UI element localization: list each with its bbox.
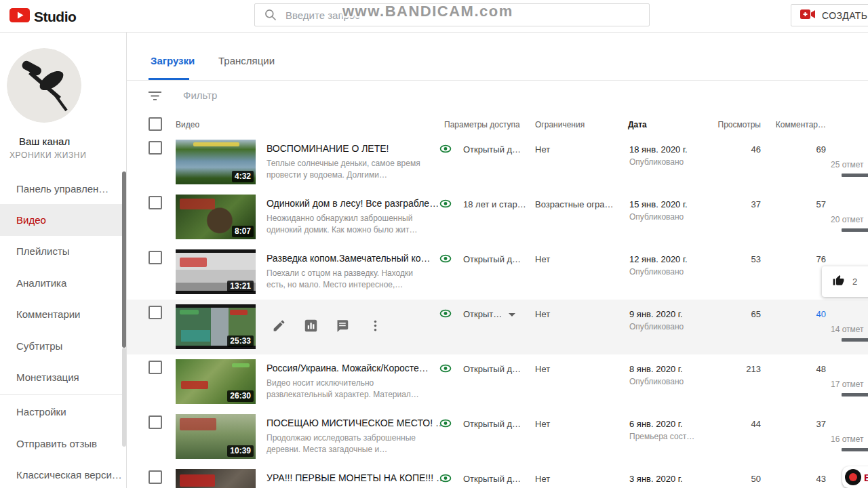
row-checkbox[interactable] <box>149 196 162 209</box>
sidebar-item-settings[interactable]: Настройки <box>0 396 126 428</box>
video-title[interactable]: Разведка копом.Замечательный ко… <box>267 253 441 264</box>
video-title[interactable]: ПОСЕЩАЮ МИСТИЧЕСКОЕ МЕСТО! … <box>267 418 441 428</box>
analytics-icon[interactable] <box>304 319 319 333</box>
visibility-text[interactable]: Открыт… <box>463 309 502 319</box>
sidebar-item-label: Плейлисты <box>16 245 70 257</box>
sidebar-item-subtitles[interactable]: Субтитры <box>0 330 126 361</box>
comments-count[interactable]: 69 <box>737 144 826 155</box>
header-restrictions[interactable]: Ограничения <box>535 120 585 129</box>
likes-ratio-bar <box>842 448 868 451</box>
sidebar-item-classic-version[interactable]: Классическая верси… <box>0 460 126 488</box>
sidebar-item-playlists[interactable]: Плейлисты <box>0 236 126 267</box>
select-all-checkbox[interactable] <box>149 117 162 131</box>
duration-badge: 10:39 <box>227 445 254 457</box>
filter-input[interactable] <box>182 89 401 102</box>
create-button[interactable]: СОЗДАТЬ <box>791 4 868 26</box>
thumbnail-text-overlay <box>180 199 215 209</box>
comments-count-link[interactable]: 40 <box>737 309 826 319</box>
video-title[interactable]: УРА!!! ПЕРВЫЕ МОНЕТЫ НА КОПЕ!!! … <box>267 472 441 483</box>
logo-text: Studio <box>34 9 76 25</box>
video-thumbnail[interactable]: 10:39 <box>176 414 256 459</box>
table-row[interactable]: 4:32 ВОСПОМИНАНИЕ О ЛЕТЕ! Теплые солнечн… <box>127 135 868 190</box>
duration-badge: 8:07 <box>232 226 254 237</box>
table-row[interactable]: 26:30 Россия/Украина. Можайск/Коросте… В… <box>127 354 868 410</box>
visibility-public-icon <box>439 472 452 487</box>
row-checkbox[interactable] <box>149 251 162 264</box>
thumbnail-text-overlay <box>193 142 239 146</box>
header-comments[interactable]: Комментар… <box>737 120 826 129</box>
channel-avatar[interactable] <box>7 48 81 123</box>
sidebar-item-videos[interactable]: Видео <box>0 204 126 235</box>
youtube-play-icon <box>9 8 30 25</box>
visibility-text[interactable]: Открытый д… <box>463 254 521 264</box>
video-description: Продолжаю исследовать заброшенные деревн… <box>267 432 428 455</box>
row-checkbox[interactable] <box>149 415 162 429</box>
duration-badge: 4:32 <box>232 171 254 182</box>
youtube-studio-logo[interactable]: Studio <box>9 8 76 25</box>
record-icon <box>845 469 861 485</box>
comments-count[interactable]: 43 <box>737 474 826 484</box>
visibility-text[interactable]: Открытый д… <box>463 419 521 429</box>
table-row[interactable]: 13:21 Разведка копом.Замечательный ко… П… <box>127 245 868 300</box>
channel-name: Ваш канал <box>19 136 70 147</box>
thumbnail-text-overlay <box>180 418 216 430</box>
date-status: Опубликовано <box>629 157 684 167</box>
header-date[interactable]: Дата <box>628 120 647 129</box>
more-options-icon[interactable] <box>368 319 383 333</box>
date-status: Опубликовано <box>629 267 684 277</box>
edit-icon[interactable] <box>272 319 287 333</box>
table-row[interactable]: 8:07 Одинокий дом в лесу! Все разграбле…… <box>127 190 868 245</box>
thumbnail-text-overlay <box>180 474 215 487</box>
header-video[interactable]: Видео <box>176 120 199 129</box>
video-thumbnail[interactable] <box>176 469 256 488</box>
video-description: Поехали с отцом на разведку. Находки ест… <box>267 268 428 291</box>
visibility-public-icon <box>439 308 452 322</box>
tab-live[interactable]: Трансляции <box>218 55 275 66</box>
comments-icon[interactable] <box>335 319 350 333</box>
restrictions-text: Нет <box>535 144 550 155</box>
restrictions-text: Нет <box>535 419 550 429</box>
tabs-bar: Загрузки Трансляции <box>127 32 868 81</box>
sidebar-item-analytics[interactable]: Аналитика <box>0 267 126 298</box>
likes-text: 20 отмет <box>831 215 864 224</box>
table-row[interactable]: УРА!!! ПЕРВЫЕ МОНЕТЫ НА КОПЕ!!! … Открыт… <box>127 464 868 488</box>
video-thumbnail[interactable]: 25:33 <box>176 304 256 349</box>
tab-uploads[interactable]: Загрузки <box>151 55 195 66</box>
row-checkbox[interactable] <box>149 361 162 374</box>
sidebar-item-feedback[interactable]: Отправить отзыв <box>0 428 126 459</box>
video-thumbnail[interactable]: 13:21 <box>176 249 256 294</box>
sidebar-item-label: Видео <box>16 214 46 226</box>
sidebar-item-dashboard[interactable]: Панель управлен… <box>0 173 126 204</box>
video-title[interactable]: Россия/Украина. Можайск/Коросте… <box>267 363 441 373</box>
row-checkbox[interactable] <box>149 141 162 155</box>
video-thumbnail[interactable]: 26:30 <box>176 359 256 404</box>
recording-indicator-label: B <box>864 472 868 483</box>
sidebar-item-comments[interactable]: Комментарии <box>0 299 126 330</box>
visibility-text[interactable]: Открытый д… <box>463 474 521 484</box>
likes-ratio-bar <box>842 174 868 177</box>
comments-count[interactable]: 76 <box>737 254 826 264</box>
comments-count[interactable]: 37 <box>737 419 826 429</box>
sidebar-item-monetization[interactable]: Монетизация <box>0 361 126 392</box>
video-title[interactable]: Одинокий дом в лесу! Все разграбле… <box>267 198 441 209</box>
table-row-hovered[interactable]: 25:33 Открыт… Нет 9 янв. 2020 г. Опублик… <box>127 300 868 355</box>
comments-count[interactable]: 57 <box>737 199 826 209</box>
sidebar-scrollbar-thumb[interactable] <box>122 171 126 348</box>
visibility-text[interactable]: Открытый д… <box>463 364 521 374</box>
visibility-text[interactable]: 18 лет и стар… <box>463 199 526 209</box>
video-thumbnail[interactable]: 4:32 <box>176 140 256 184</box>
row-checkbox[interactable] <box>149 470 162 484</box>
video-thumbnail[interactable]: 8:07 <box>176 195 256 239</box>
row-checkbox[interactable] <box>149 306 162 319</box>
likes-ratio-bar <box>842 393 868 396</box>
video-title[interactable]: ВОСПОМИНАНИЕ О ЛЕТЕ! <box>267 143 441 154</box>
header-visibility[interactable]: Параметры доступа <box>444 120 520 129</box>
visibility-text[interactable]: Открытый д… <box>463 144 521 155</box>
table-row[interactable]: 10:39 ПОСЕЩАЮ МИСТИЧЕСКОЕ МЕСТО! … Продо… <box>127 409 868 465</box>
comments-count[interactable]: 48 <box>737 364 826 374</box>
sidebar-scrollbar-track <box>122 348 126 447</box>
thumbnail-text-overlay <box>180 310 199 314</box>
sidebar-divider <box>0 394 126 395</box>
visibility-dropdown-icon[interactable] <box>509 313 515 317</box>
thumbnail-text-overlay <box>230 310 248 315</box>
